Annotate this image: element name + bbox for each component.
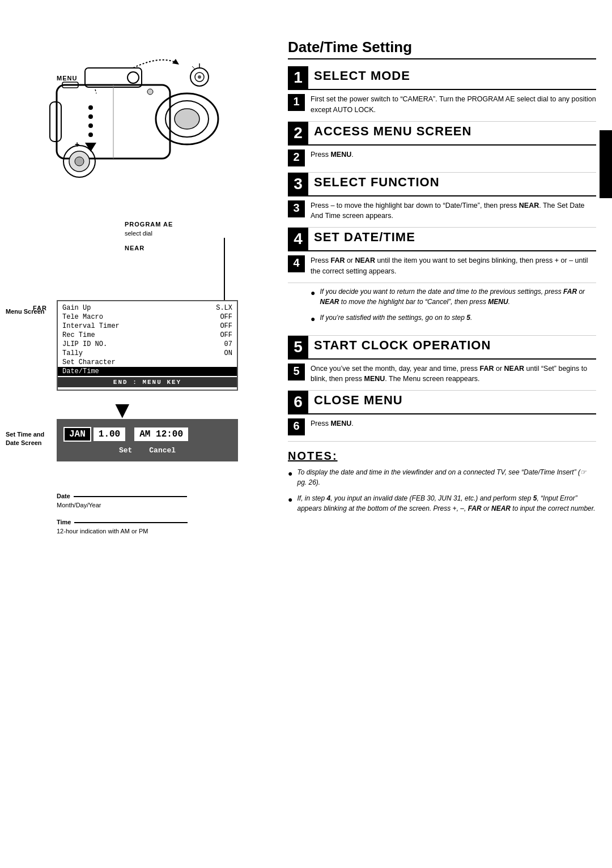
menu-row-tele-macro: Tele Macro OFF	[58, 313, 237, 322]
one-cell: 1.00	[94, 427, 125, 441]
menu-row-gain-up: Gain Up S.LX	[58, 303, 237, 313]
section-4-number: 4	[288, 228, 308, 250]
section-3-number: 3	[288, 173, 308, 195]
svg-rect-6	[50, 102, 61, 142]
section-2-header: 2 Access Menu Screen	[288, 122, 596, 146]
svg-point-19	[88, 105, 93, 110]
time-line: Time	[57, 519, 188, 527]
section-3: 3 Select Function 3 Press – to move the …	[288, 173, 596, 228]
section-5-body: 5 Once you’ve set the month, day, year a…	[288, 360, 596, 391]
time-label: Time	[57, 519, 71, 525]
section-1-header: 1 Select Mode	[288, 66, 596, 90]
svg-point-5	[128, 72, 139, 83]
section-4-bullet-1: ● If you decide you want to return the d…	[311, 287, 596, 307]
set-time-label: Set Time and Date Screen	[6, 430, 44, 448]
section-3-content: Press – to move the highlight bar down t…	[305, 200, 596, 222]
section-5-title: Start Clock Operation	[308, 336, 491, 358]
section-4-header: 4 Set Date/Time	[288, 228, 596, 251]
menu-screen-label: Menu Screen	[6, 308, 44, 315]
svg-point-22	[88, 132, 93, 137]
page-tab	[600, 130, 612, 198]
section-4-content: Press FAR or NEAR until the item you wan…	[305, 255, 596, 277]
cancel-btn[interactable]: Cancel	[149, 446, 176, 455]
right-panel: Date/Time Setting 1 Select Mode 1 First …	[272, 0, 612, 868]
section-4-bullet-2: ● If you’re satisfied with the settings,…	[311, 313, 596, 325]
section-1-num-small: 1	[288, 94, 305, 111]
section-5: 5 Start Clock Operation 5 Once you’ve se…	[288, 336, 596, 391]
time-desc: 12-hour indication with AM or PM	[57, 528, 188, 535]
section-4-num-small: 4	[288, 255, 305, 272]
section-4-title: Set Date/Time	[308, 228, 415, 250]
svg-point-13	[75, 157, 84, 166]
program-ae-label: PROGRAM AE	[125, 221, 173, 228]
jan-cell: JAN	[63, 427, 91, 442]
date-line: Date	[57, 493, 188, 501]
near-label: NEAR	[125, 245, 144, 251]
section-1-body: 1 First set the power switch to “CAMERA”…	[288, 90, 596, 122]
menu-row-jlip: JLIP ID NO. 07	[58, 340, 237, 349]
menu-row-date-time: Date/Time	[58, 367, 237, 376]
note-item-2: ● If, in step 4, you input an invalid da…	[288, 493, 596, 514]
svg-point-3	[175, 109, 199, 129]
section-2-number: 2	[288, 122, 308, 144]
section-5-number: 5	[288, 336, 308, 358]
section-6-header: 6 Close Menu	[288, 391, 596, 414]
svg-line-9	[95, 89, 96, 93]
section-6-title: Close Menu	[308, 391, 403, 413]
section-4: 4 Set Date/Time 4 Press FAR or NEAR unti…	[288, 228, 596, 336]
date-label: Date	[57, 493, 70, 499]
svg-point-20	[88, 114, 93, 119]
section-3-header: 3 Select Function	[288, 173, 596, 196]
section-1-number: 1	[288, 66, 308, 89]
menu-row-interval-timer: Interval Timer OFF	[58, 322, 237, 331]
section-4-body: 4 Press FAR or NEAR until the item you w…	[288, 251, 596, 283]
notes-section: NOTES: ● To display the date and time in…	[288, 450, 596, 514]
menu-screen-area: Menu Screen Gain Up S.LX Tele Macro OFF …	[57, 300, 238, 391]
section-4-bullets: ● If you decide you want to return the d…	[288, 283, 596, 336]
menu-screen-box: Gain Up S.LX Tele Macro OFF Interval Tim…	[57, 300, 238, 391]
section-2-body: 2 Press MENU.	[288, 146, 596, 173]
camera-svg: +	[45, 51, 227, 209]
note-item-1: ● To display the date and time in the vi…	[288, 467, 596, 488]
page-title: Date/Time Setting	[288, 39, 596, 59]
section-2: 2 Access Menu Screen 2 Press MENU.	[288, 122, 596, 173]
section-5-header: 5 Start Clock Operation	[288, 336, 596, 360]
set-cancel-row: Set Cancel	[63, 446, 231, 455]
camera-illustration: MENU +	[23, 34, 249, 294]
section-3-num-small: 3	[288, 200, 305, 217]
section-3-body: 3 Press – to move the highlight bar down…	[288, 196, 596, 228]
select-dial-label: select dial	[125, 230, 152, 237]
section-2-content: Press MENU.	[305, 149, 596, 160]
section-1-title: Select Mode	[308, 66, 410, 89]
section-6-content: Press MENU.	[305, 418, 596, 429]
set-time-box: JAN 1.00 AM 12:00 Set Cancel	[57, 419, 238, 461]
date-label-area: Date Month/Day/Year Time 12-hour indicat…	[57, 493, 188, 545]
menu-row-tally: Tally ON	[58, 349, 237, 358]
menu-end-bar: END : MENU KEY	[58, 377, 237, 387]
section-5-num-small: 5	[288, 364, 305, 380]
connector-line-vertical	[224, 238, 225, 306]
section-5-content: Once you’ve set the month, day, year and…	[305, 364, 596, 385]
svg-point-21	[88, 123, 93, 128]
section-1: 1 Select Mode 1 First set the power swit…	[288, 66, 596, 122]
menu-row-rec-time: Rec Time OFF	[58, 331, 237, 340]
section-1-content: First set the power switch to “CAMERA”. …	[305, 94, 596, 116]
section-6-num-small: 6	[288, 418, 305, 435]
section-2-num-small: 2	[288, 149, 305, 166]
am-time-cell: AM 12:00	[134, 427, 188, 441]
notes-title: NOTES:	[288, 450, 596, 463]
svg-text:+: +	[75, 140, 79, 149]
svg-point-18	[198, 75, 201, 79]
section-6-number: 6	[288, 391, 308, 413]
date-desc: Month/Day/Year	[57, 502, 188, 508]
svg-point-8	[147, 89, 153, 95]
section-6-body: 6 Press MENU.	[288, 414, 596, 442]
set-btn[interactable]: Set	[119, 446, 132, 455]
section-2-title: Access Menu Screen	[308, 122, 471, 144]
section-3-title: Select Function	[308, 173, 440, 195]
menu-row-set-character: Set Character	[58, 358, 237, 367]
left-panel: MENU +	[0, 0, 272, 868]
section-6: 6 Close Menu 6 Press MENU.	[288, 391, 596, 442]
set-time-area: Set Time and Date Screen JAN 1.00 AM 12:…	[57, 419, 238, 461]
set-time-row: JAN 1.00 AM 12:00	[63, 427, 231, 442]
